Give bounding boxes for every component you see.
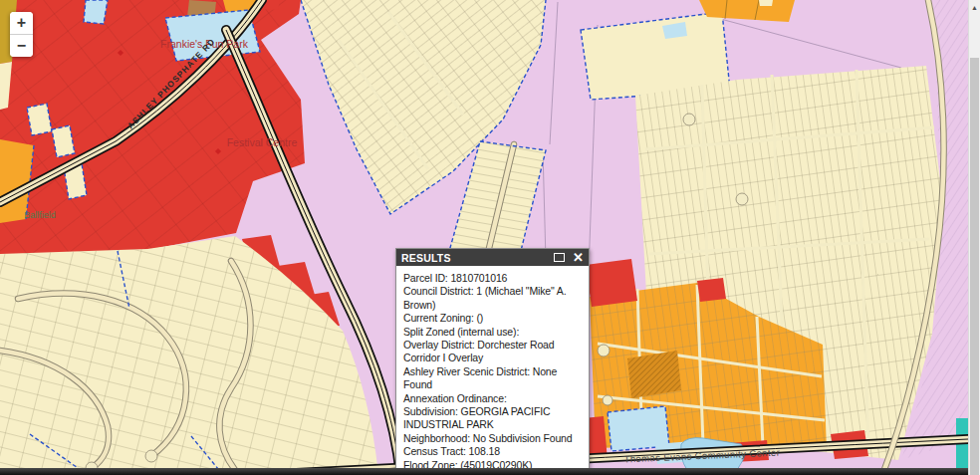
results-panel: RESULTS ✕ Parcel ID1810701016 Council Di… — [395, 248, 590, 475]
results-panel-title: RESULTS — [401, 252, 554, 264]
field-census-tract: Census Tract108.18 — [403, 445, 583, 458]
scroll-up-button[interactable]: ▲ — [969, 0, 980, 14]
results-panel-header[interactable]: RESULTS ✕ — [396, 249, 589, 266]
app-window: Frankie's Fun Park Festival Centre Ballf… — [0, 0, 980, 475]
field-parcel-id: Parcel ID1810701016 — [403, 272, 583, 285]
field-overlay-district: Overlay DistrictDorchester Road Corridor… — [403, 339, 583, 365]
zoom-in-button[interactable]: + — [10, 12, 33, 35]
field-neighborhood: NeighborhoodNo Subdivision Found — [403, 432, 583, 445]
zoom-out-button[interactable]: − — [10, 35, 33, 57]
map-label-ballfield: Ballfield — [24, 210, 56, 220]
up-arrow-icon: ▲ — [971, 4, 978, 11]
maximize-icon[interactable] — [554, 253, 565, 262]
close-icon[interactable]: ✕ — [573, 251, 584, 264]
field-council-district: Council District1 (Michael "Mike" A. Bro… — [403, 285, 583, 312]
field-split-zoned: Split Zoned (internal use) — [403, 326, 583, 339]
scrollbar-thumb[interactable] — [970, 58, 979, 475]
map-zoom-control: + − — [10, 12, 33, 57]
vertical-scrollbar[interactable]: ▲ — [968, 0, 980, 475]
bottom-window-edge — [0, 468, 968, 475]
field-ashley-river-scenic: Ashley River Scenic DistrictNone Found — [403, 365, 583, 392]
field-annexation-ordinance: Annexation Ordinance — [403, 392, 583, 405]
field-subdivision: SubdivisionGEORGIA PACIFIC INDUSTRIAL PA… — [403, 405, 583, 432]
map-label-festival-centre: Festival Centre — [227, 136, 298, 148]
results-panel-body: Parcel ID1810701016 Council District1 (M… — [396, 266, 589, 475]
field-current-zoning: Current Zoning() — [403, 312, 583, 325]
